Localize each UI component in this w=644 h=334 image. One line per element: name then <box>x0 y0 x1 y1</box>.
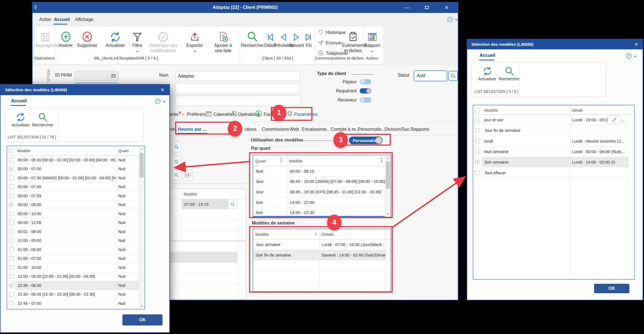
checkbox[interactable] <box>9 229 14 234</box>
edit-pencil-button[interactable] <box>607 116 621 124</box>
list-item[interactable]: jour et soir Lundi : 23:00 - 05:00 (Nuit… <box>473 115 628 125</box>
close-icon[interactable]: × <box>158 86 167 94</box>
list-item[interactable]: Tout effacer <box>473 167 628 178</box>
select-all-checkbox[interactable] <box>475 108 480 112</box>
tab-affichage[interactable]: Affichage <box>75 17 93 22</box>
checkbox[interactable] <box>9 256 14 261</box>
list-item[interactable]: 22:00 - 04:00 [22:00 - 01:00] [02:00 - 0… <box>7 272 139 281</box>
checkbox[interactable] <box>9 185 14 189</box>
add-to-list-button[interactable]: Ajouter à une liste <box>211 27 235 53</box>
mini-row-search-button[interactable] <box>228 200 237 209</box>
maximize-button[interactable] <box>421 4 432 11</box>
list-item[interactable]: 00:00 - 10:00 Nuit <box>7 209 139 218</box>
subtab-compte[interactable]: Compte à re... <box>331 127 360 132</box>
toggle-switch[interactable] <box>360 88 371 93</box>
close-icon[interactable]: × <box>441 4 452 11</box>
refresh-button[interactable]: Actualiser <box>476 64 499 81</box>
checkbox[interactable] <box>9 265 14 270</box>
ok-button[interactable]: OK <box>122 314 162 325</box>
ok-button[interactable]: OK <box>594 284 629 293</box>
refresh-button[interactable]: Actualiser <box>103 27 128 48</box>
subtab-web[interactable]: Web <box>290 127 299 132</box>
checkbox[interactable] <box>9 292 14 296</box>
chevron-down-icon[interactable] <box>371 50 373 52</box>
checkbox[interactable] <box>9 247 14 252</box>
help-icon[interactable] <box>626 53 632 59</box>
help-icon[interactable] <box>447 17 453 22</box>
checkbox[interactable] <box>9 238 14 243</box>
delete-button[interactable]: Supprimer <box>74 27 100 48</box>
checkbox[interactable] <box>475 128 480 133</box>
list-item[interactable]: 00:00 - 07:45 Nuit <box>7 183 139 192</box>
list-item[interactable]: 00:00 - 07:00 Nuit <box>7 165 139 174</box>
list-item[interactable]: Jour fin de semaine <box>473 125 628 136</box>
lookup-button-2[interactable] <box>172 157 181 167</box>
checkbox[interactable] <box>9 167 14 171</box>
col-header-modele[interactable]: Modèle <box>484 108 498 113</box>
col-header-modele[interactable]: Modèle <box>17 148 31 153</box>
history-modifications-button[interactable]: Historique des modifications <box>148 27 179 53</box>
field-3[interactable] <box>175 96 300 106</box>
dialog-tab-accueil[interactable]: Accueil <box>480 53 495 58</box>
checkbox[interactable] <box>9 176 14 180</box>
list-item[interactable]: 00:01 - 08:00 Nuit <box>7 227 139 236</box>
checkbox[interactable] <box>475 149 480 154</box>
list-item[interactable]: Soir semaine Lundi : 14:00 - 02:00 (S <box>473 157 628 167</box>
list-item[interactable]: 01:00 - 06:00 Nuit <box>7 245 139 254</box>
list-item[interactable]: 22:30 - 06:45 [22:30 - 23:30] [00:30 - 0… <box>7 290 139 299</box>
list-item[interactable]: 00:00 - 06:30 [00:00 - 01:00] [02:00 - 0… <box>7 156 139 165</box>
checkbox[interactable] <box>475 118 480 122</box>
chevron-down-icon[interactable] <box>455 18 458 21</box>
checkbox[interactable] <box>9 283 14 288</box>
search-button[interactable]: Rechercher <box>30 110 55 127</box>
list-item[interactable]: 22:30 - 06:30 Nuit <box>7 281 139 290</box>
main-titlebar[interactable]: Adaptaz [22] - Client (PRIM002) — × <box>33 2 458 13</box>
list-item[interactable]: 01:00 - 10:00 Nuit <box>7 263 139 272</box>
last-button[interactable]: Fin <box>302 27 316 48</box>
chevron-down-icon[interactable] <box>193 50 196 52</box>
list-item[interactable]: 22:45 - 07:00 Nuit <box>7 299 139 308</box>
history-button[interactable]: Historique <box>318 29 346 36</box>
list-item[interactable]: 00:00 - 12:00 Nuit <box>7 218 139 228</box>
checkbox[interactable] <box>475 139 480 143</box>
left-dialog-titlebar[interactable]: Sélection des modèles (LIB006) × <box>1 85 169 95</box>
mini-row-selected[interactable]: 07:00 - 15:15 <box>182 199 228 209</box>
lookup-button-3[interactable] <box>172 170 181 180</box>
right-dialog-titlebar[interactable]: Sélection des modèles (LIB006) × <box>467 39 643 49</box>
chevron-down-icon[interactable] <box>634 55 637 57</box>
insert-button[interactable]: Insérer <box>55 27 77 48</box>
mirror-icon[interactable] <box>183 170 193 180</box>
tab-action[interactable]: Action <box>39 17 51 22</box>
col-header-detail[interactable]: Détail <box>572 108 582 113</box>
search-button[interactable]: Rechercher <box>239 27 265 48</box>
checkbox[interactable] <box>9 194 14 198</box>
help-icon[interactable] <box>155 98 161 104</box>
scroll-thumb[interactable] <box>140 153 144 178</box>
list-item[interactable]: 00:00 - 08:00 Nuit <box>7 201 139 210</box>
field-2[interactable] <box>175 83 300 93</box>
subtab-encaissement[interactable]: Encaisseme... <box>302 127 330 132</box>
statut-search-button[interactable] <box>448 71 458 81</box>
events-tasks-button[interactable]: Événements et tâches <box>342 27 364 53</box>
checkbox[interactable] <box>9 220 14 225</box>
nom-field[interactable]: Adaptaz <box>175 71 300 81</box>
report-button[interactable]: Rapport <box>362 27 382 53</box>
chevron-down-icon[interactable] <box>163 100 166 103</box>
scroll-down-icon[interactable] <box>139 305 145 308</box>
subtab-personnalisation[interactable]: Personnalis... <box>358 127 385 132</box>
send-button[interactable]: Envoyer <box>318 39 342 47</box>
checkbox[interactable] <box>475 160 480 164</box>
lookup-button-1[interactable] <box>172 142 181 152</box>
list-item[interactable]: 01:00 - 07:00 Nuit <box>7 254 139 263</box>
checkbox[interactable] <box>9 212 14 216</box>
list-item[interactable]: 00:00 - 07:30 (N0000) [00:00 - 01:00] [0… <box>7 173 139 183</box>
side-tab-resultats[interactable]: Résult... <box>46 70 51 85</box>
statut-field[interactable]: Actif <box>414 70 447 81</box>
checkbox[interactable] <box>9 301 14 306</box>
select-all-checkbox[interactable] <box>9 148 13 153</box>
filter-button[interactable]: Filtre <box>128 27 147 53</box>
toggle-switch[interactable] <box>360 97 371 103</box>
save-button[interactable]: Sauvegarder <box>35 27 56 48</box>
export-button[interactable]: Exporter <box>185 27 205 53</box>
subtab-commissions[interactable]: Commissions <box>262 127 289 132</box>
